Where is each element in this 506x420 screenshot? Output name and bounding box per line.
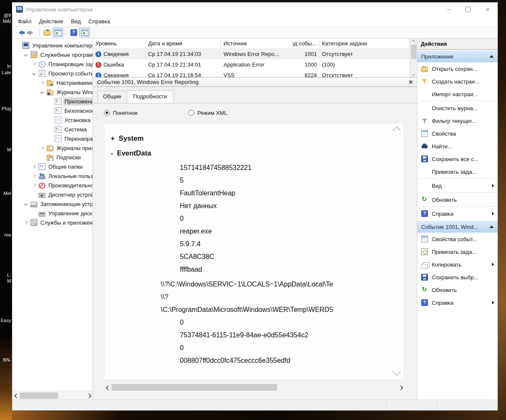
column-header[interactable]: Дата и время xyxy=(145,39,221,48)
show-console-tree-button[interactable] xyxy=(53,28,63,37)
expand-arrow-icon[interactable] xyxy=(31,71,37,75)
collapse-arrow-icon[interactable] xyxy=(31,183,37,187)
friendly-view-radio[interactable] xyxy=(104,110,110,116)
tree-item[interactable]: Установка xyxy=(12,115,92,125)
action-item[interactable]: Сохранить выбр... xyxy=(417,271,498,284)
export-list-button[interactable] xyxy=(42,28,52,37)
tree-item[interactable]: Управление компьютером xyxy=(12,41,92,50)
action-item[interactable]: Создать настраи... xyxy=(417,75,498,88)
menu-item-1[interactable]: Действие xyxy=(35,17,67,26)
action-item[interactable]: Очистить журна... xyxy=(417,102,498,114)
tree-item[interactable]: Перенаправленные события xyxy=(12,134,92,143)
event-data-node[interactable]: + System xyxy=(104,132,404,145)
tree-item[interactable]: Общие папки xyxy=(12,162,92,171)
action-item[interactable]: Свойства xyxy=(417,127,498,140)
close-icon[interactable]: × xyxy=(409,79,413,86)
scroll-up-icon[interactable] xyxy=(392,128,401,135)
minimize-button[interactable] xyxy=(439,3,458,16)
tree-item[interactable]: Управление дисками xyxy=(12,209,92,218)
scroll-right-icon[interactable] xyxy=(85,393,92,398)
event-detail-header: Событие 1001, Windows Error Reporting × xyxy=(93,77,417,87)
tree-item[interactable]: Планировщик заданий xyxy=(12,59,92,69)
action-item[interactable]: Привязать зада... xyxy=(417,165,498,178)
event-list-vertical-scrollbar[interactable] xyxy=(410,39,417,77)
scroll-thumb[interactable] xyxy=(411,45,417,59)
action-group-header-0[interactable]: Приложение xyxy=(417,50,498,62)
close-button[interactable]: × xyxy=(478,3,498,16)
scroll-down-icon[interactable] xyxy=(392,369,401,376)
scroll-up-icon[interactable] xyxy=(411,39,416,44)
tree-item[interactable]: Службы и приложения xyxy=(12,218,92,227)
tree-item[interactable]: Система xyxy=(12,125,92,134)
event-row[interactable]: !ОшибкаСр 17.04.19 21:34:01Application E… xyxy=(93,59,410,70)
xml-view-radio[interactable] xyxy=(188,110,194,116)
help-button[interactable] xyxy=(68,28,79,37)
tree-item[interactable]: Запоминающие устройства xyxy=(12,199,92,209)
action-item[interactable]: Обновить xyxy=(417,284,498,296)
scroll-down-icon[interactable] xyxy=(411,72,416,76)
back-button[interactable] xyxy=(15,28,25,37)
tree-item[interactable]: Безопасность xyxy=(12,106,92,115)
expand-arrow-icon[interactable] xyxy=(23,53,29,57)
tree-item[interactable]: Настраиваемые представления xyxy=(12,78,92,87)
action-item[interactable]: Вид xyxy=(417,179,498,192)
action-item[interactable]: Справка xyxy=(417,207,498,220)
action-item[interactable]: Свойства событ... xyxy=(417,233,498,245)
details-horizontal-scrollbar[interactable] xyxy=(104,383,404,392)
column-header[interactable]: Код собы... xyxy=(293,39,319,48)
action-item[interactable]: Обновить xyxy=(417,193,498,206)
action-item[interactable]: Фильтр текущег... xyxy=(417,114,498,127)
expand-arrow-icon[interactable] xyxy=(23,202,29,206)
tree-item[interactable]: Приложение xyxy=(12,97,92,106)
column-header[interactable]: Уровень xyxy=(93,39,145,48)
collapse-arrow-icon[interactable] xyxy=(31,164,37,169)
tree-horizontal-scrollbar[interactable] xyxy=(12,391,92,400)
scroll-left-icon[interactable] xyxy=(12,393,20,398)
column-header[interactable]: Источник xyxy=(221,39,293,48)
action-item[interactable]: Импорт настраи... xyxy=(417,88,498,100)
scroll-thumb[interactable] xyxy=(112,384,277,391)
menu-item-0[interactable]: Файл xyxy=(14,17,35,26)
event-row[interactable]: iСведенияСр 17.04.19 21:34:03Windows Err… xyxy=(93,49,410,59)
tab-general[interactable]: Общие xyxy=(97,91,127,103)
collapse-arrow-icon[interactable] xyxy=(31,62,37,66)
maximize-button[interactable] xyxy=(458,3,478,16)
menu-item-3[interactable]: Справка xyxy=(85,17,114,26)
action-item[interactable]: Справка xyxy=(417,296,498,309)
tree-item[interactable]: Производительность xyxy=(12,181,92,190)
tree-item[interactable]: Журналы Windows xyxy=(12,87,92,97)
scroll-thumb[interactable] xyxy=(20,392,58,399)
action-item[interactable]: Привязать зада... xyxy=(417,245,498,258)
tree-item[interactable]: Просмотр событий xyxy=(12,69,92,78)
event-row[interactable]: iСведенияСр 17.04.19 21:16:54VSS8224Отсу… xyxy=(93,70,410,77)
tree-item[interactable]: Служебные программы xyxy=(12,50,92,59)
collapse-arrow-icon[interactable] xyxy=(23,220,29,225)
event-data-node[interactable]: - EventData xyxy=(104,147,404,159)
event-data-value: 0 xyxy=(104,212,404,225)
tree-item-label: Журналы приложений и служб xyxy=(55,144,93,152)
menu-item-2[interactable]: Вид xyxy=(67,17,85,26)
tab-details[interactable]: Подробности xyxy=(127,90,173,103)
action-item[interactable]: Копировать xyxy=(417,258,498,271)
collapse-arrow-icon[interactable] xyxy=(31,174,37,178)
scroll-right-icon[interactable] xyxy=(397,385,404,389)
expand-arrow-icon[interactable] xyxy=(39,90,45,94)
scroll-left-icon[interactable] xyxy=(104,385,112,389)
event-category: (100) xyxy=(319,61,410,68)
action-item[interactable]: Найти... xyxy=(417,140,498,153)
show-action-pane-button[interactable] xyxy=(79,28,90,37)
action-group-header-1[interactable]: Событие 1001, Wind... xyxy=(417,221,498,233)
column-header[interactable]: Категория задачи xyxy=(319,39,410,48)
center-panel: УровеньДата и времяИсточникКод собы...Ка… xyxy=(93,39,417,400)
tree-item[interactable]: Диспетчер устройств xyxy=(12,190,92,199)
action-item[interactable]: Сохранить все с... xyxy=(417,153,498,165)
action-item[interactable]: Открыть сохран... xyxy=(417,62,498,75)
collapse-arrow-icon[interactable] xyxy=(39,81,45,85)
tree-item[interactable]: Журналы приложений и служб xyxy=(12,143,92,153)
submenu-arrow-icon xyxy=(492,301,494,304)
event-source: VSS xyxy=(221,72,293,77)
tree-item[interactable]: Локальные пользователи xyxy=(12,171,92,181)
tree-item[interactable]: Подписки xyxy=(12,153,92,162)
collapse-arrow-icon[interactable] xyxy=(39,146,45,150)
forward-button[interactable] xyxy=(26,28,36,37)
